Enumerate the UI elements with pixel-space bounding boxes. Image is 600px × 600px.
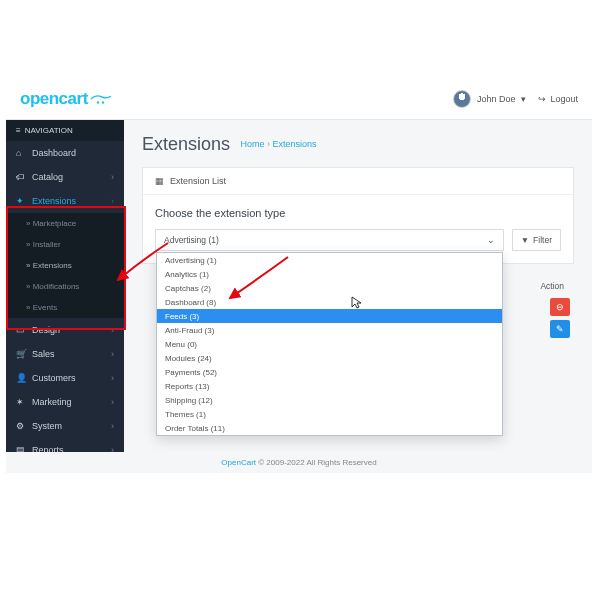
tag-icon: 🏷 xyxy=(16,172,26,182)
option-captchas[interactable]: Captchas (2) xyxy=(157,281,502,295)
svg-point-0 xyxy=(97,101,99,103)
edit-button[interactable]: ✎ xyxy=(550,320,570,338)
chevron-right-icon: › xyxy=(111,445,114,452)
svg-point-1 xyxy=(102,101,104,103)
header: opencart John Doe ▾ ↪ Logout xyxy=(6,78,592,120)
subtitle: Choose the extension type xyxy=(155,207,561,219)
sidebar-item-customers[interactable]: 👤Customers› xyxy=(6,366,124,390)
sidebar-sub-extensions[interactable]: » Extensions xyxy=(6,255,124,276)
chevron-right-icon: › xyxy=(111,325,114,335)
sidebar-sub-installer[interactable]: » Installer xyxy=(6,234,124,255)
sidebar-item-system[interactable]: ⚙System› xyxy=(6,414,124,438)
sidebar-item-catalog[interactable]: 🏷Catalog› xyxy=(6,165,124,189)
logout-icon: ↪ xyxy=(538,94,546,104)
list-icon: ▦ xyxy=(155,176,164,186)
option-menu[interactable]: Menu (0) xyxy=(157,337,502,351)
breadcrumb-home[interactable]: Home xyxy=(241,139,265,149)
gear-icon: ⚙ xyxy=(16,421,26,431)
option-payments[interactable]: Payments (52) xyxy=(157,365,502,379)
filter-icon: ▼ xyxy=(521,235,529,245)
user-icon: 👤 xyxy=(16,373,26,383)
option-themes[interactable]: Themes (1) xyxy=(157,407,502,421)
user-menu[interactable]: John Doe ▾ xyxy=(453,90,527,108)
sidebar: ≡NAVIGATION ⌂Dashboard 🏷Catalog› ✦Extens… xyxy=(6,120,124,452)
pencil-icon: ✎ xyxy=(556,324,564,334)
sidebar-item-reports[interactable]: ▤Reports› xyxy=(6,438,124,452)
extension-type-select[interactable]: Advertising (1) ⌄ Advertising (1) Analyt… xyxy=(155,229,504,251)
minus-icon: ⊖ xyxy=(556,302,564,312)
chevron-down-icon: ⌄ xyxy=(487,235,495,245)
option-reports[interactable]: Reports (13) xyxy=(157,379,502,393)
sidebar-item-extensions[interactable]: ✦Extensions› xyxy=(6,189,124,213)
option-analytics[interactable]: Analytics (1) xyxy=(157,267,502,281)
sidebar-sub-events[interactable]: » Events xyxy=(6,297,124,318)
main: Extensions Home › Extensions ▦Extension … xyxy=(124,120,592,452)
nav-title: ≡NAVIGATION xyxy=(6,120,124,141)
menu-icon: ≡ xyxy=(16,126,21,135)
user-name: John Doe xyxy=(477,94,516,104)
uninstall-button[interactable]: ⊖ xyxy=(550,298,570,316)
breadcrumb: Home › Extensions xyxy=(241,139,317,149)
action-header: Action xyxy=(540,281,564,291)
panel-header: ▦Extension List xyxy=(143,168,573,195)
footer: OpenCart © 2009-2022 All Rights Reserved xyxy=(6,452,592,473)
extension-type-dropdown: Advertising (1) Analytics (1) Captchas (… xyxy=(156,252,503,436)
chevron-right-icon: › xyxy=(111,421,114,431)
option-shipping[interactable]: Shipping (12) xyxy=(157,393,502,407)
chevron-right-icon: › xyxy=(111,373,114,383)
option-advertising[interactable]: Advertising (1) xyxy=(157,253,502,267)
puzzle-icon: ✦ xyxy=(16,196,26,206)
sidebar-sub-modifications[interactable]: » Modifications xyxy=(6,276,124,297)
option-ordertotals[interactable]: Order Totals (11) xyxy=(157,421,502,435)
sidebar-item-sales[interactable]: 🛒Sales› xyxy=(6,342,124,366)
sidebar-item-dashboard[interactable]: ⌂Dashboard xyxy=(6,141,124,165)
panel: ▦Extension List Choose the extension typ… xyxy=(142,167,574,264)
logout-button[interactable]: ↪ Logout xyxy=(538,94,578,104)
sidebar-sub-marketplace[interactable]: » Marketplace xyxy=(6,213,124,234)
chevron-right-icon: › xyxy=(111,196,114,206)
chevron-down-icon: ▾ xyxy=(521,94,526,104)
breadcrumb-current[interactable]: Extensions xyxy=(273,139,317,149)
page-title: Extensions xyxy=(142,134,230,154)
sidebar-sub: » Marketplace » Installer » Extensions »… xyxy=(6,213,124,318)
option-antifraud[interactable]: Anti-Fraud (3) xyxy=(157,323,502,337)
chevron-right-icon: › xyxy=(111,172,114,182)
filter-button[interactable]: ▼Filter xyxy=(512,229,561,251)
chevron-right-icon: › xyxy=(111,397,114,407)
cart-icon: 🛒 xyxy=(16,349,26,359)
option-dashboard[interactable]: Dashboard (8) xyxy=(157,295,502,309)
sidebar-item-marketing[interactable]: ✶Marketing› xyxy=(6,390,124,414)
avatar xyxy=(453,90,471,108)
logo: opencart xyxy=(20,89,112,109)
option-feeds[interactable]: Feeds (3) xyxy=(157,309,502,323)
share-icon: ✶ xyxy=(16,397,26,407)
dashboard-icon: ⌂ xyxy=(16,148,26,158)
chevron-right-icon: › xyxy=(111,349,114,359)
design-icon: ▭ xyxy=(16,325,26,335)
chart-icon: ▤ xyxy=(16,445,26,452)
footer-link[interactable]: OpenCart xyxy=(221,458,256,467)
sidebar-item-design[interactable]: ▭Design› xyxy=(6,318,124,342)
option-modules[interactable]: Modules (24) xyxy=(157,351,502,365)
